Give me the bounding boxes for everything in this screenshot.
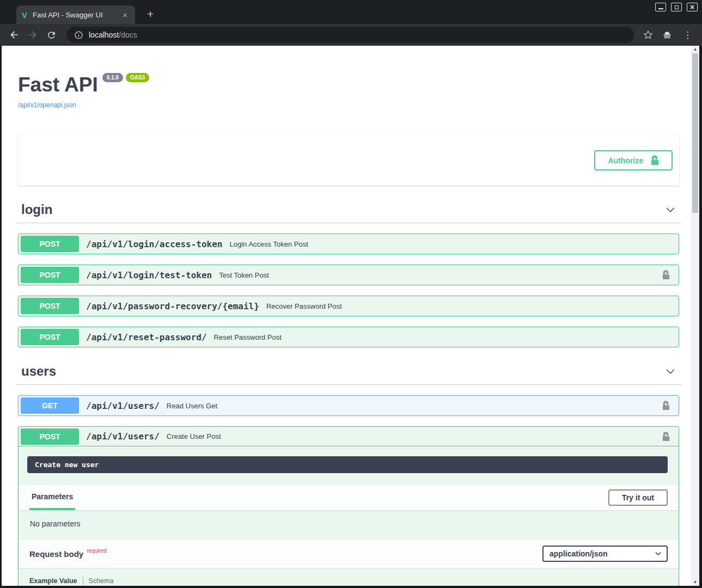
endpoint-path: /api/v1/password-recovery/{email} [86,301,259,311]
back-button[interactable] [7,27,22,42]
browser-toolbar: localhost /docs ⋮ [0,24,702,46]
toolbar-right: ⋮ [643,29,694,41]
required-badge: required [87,548,107,554]
refresh-button[interactable] [44,27,59,42]
tab-schema[interactable]: Schema [89,577,114,585]
close-icon: × [690,3,694,11]
window-controls: × [655,3,698,11]
swagger-favicon-icon: V [22,10,27,20]
endpoint-body: Create new user Parameters Try it out No… [19,446,679,586]
model-example-section: Example Value Schema { [19,568,679,586]
method-badge: GET [21,397,79,414]
method-badge: POST [21,428,79,445]
tab-close-icon[interactable]: × [120,10,130,20]
swagger-ui: Fast API0.1.0OAS3 /api/v1/openapi.json A… [2,46,691,586]
endpoint-path: /api/v1/reset-password/ [86,332,207,342]
media-type-select-wrap: application/json [542,546,668,562]
endpoint-reset-password[interactable]: POST /api/v1/reset-password/ Reset Passw… [18,327,679,347]
maximize-button[interactable] [671,3,682,11]
method-badge: POST [21,298,79,314]
scrollbar-thumb[interactable] [692,53,698,213]
section-users-header[interactable]: users [18,363,679,380]
tab-separator [83,577,83,585]
unlocked-padlock-icon [662,401,670,411]
endpoint-summary: Reset Password Post [214,333,282,341]
endpoint-read-users[interactable]: GET /api/v1/users/ Read Users Get [18,395,679,416]
minimize-button[interactable] [655,3,666,11]
no-parameters-text: No parameters [19,510,679,540]
section-divider [16,223,681,223]
endpoint-path: /api/v1/login/test-token [86,270,212,280]
tab-parameters[interactable]: Parameters [29,485,75,510]
endpoint-summary: Read Users Get [167,402,217,410]
browser-menu-icon[interactable]: ⋮ [681,29,694,41]
openapi-spec-link[interactable]: /api/v1/openapi.json [18,101,679,109]
endpoint-path: /api/v1/users/ [86,431,160,442]
endpoint-summary: Test Token Post [219,271,269,279]
url-path: /docs [119,30,137,39]
endpoint-description: Create new user [27,456,668,473]
back-arrow-icon [9,29,20,40]
version-badge: 0.1.0 [102,73,123,82]
unlocked-padlock-icon [651,155,659,166]
site-info-icon[interactable] [74,30,83,40]
url-host: localhost [89,30,119,39]
tab-example-value[interactable]: Example Value [29,577,77,585]
parameters-header: Parameters Try it out [19,485,679,510]
section-login: login POST /api/v1/login/access-token Lo… [18,201,679,347]
auth-lock-button[interactable] [659,431,673,443]
endpoint-summary: Login Access Token Post [229,240,308,248]
try-it-out-button[interactable]: Try it out [608,489,668,506]
method-badge: POST [21,329,79,345]
page-content: Fast API0.1.0OAS3 /api/v1/openapi.json A… [2,46,699,586]
api-info: Fast API0.1.0OAS3 /api/v1/openapi.json [18,46,679,109]
browser-titlebar: V Fast API - Swagger UI × + × [0,0,702,24]
browser-tab[interactable]: V Fast API - Swagger UI × [16,5,135,24]
endpoint-create-user-summary[interactable]: POST /api/v1/users/ Create User Post [19,427,679,446]
endpoint-login-test-token[interactable]: POST /api/v1/login/test-token Test Token… [18,265,679,285]
endpoint-summary: Recover Password Post [266,302,342,310]
endpoint-path: /api/v1/login/access-token [86,239,222,249]
endpoint-create-user: POST /api/v1/users/ Create User Post Cre… [18,426,679,586]
minimize-icon [658,8,663,9]
unlocked-padlock-icon [662,432,670,442]
method-badge: POST [21,236,79,252]
model-tabs: Example Value Schema [29,577,668,585]
scrollbar-down-icon[interactable]: ▼ [693,579,698,586]
section-users: users GET /api/v1/users/ Read Users Get [18,363,679,586]
auth-lock-button[interactable] [659,269,673,281]
page-scrollbar[interactable]: ▲ ▼ [691,46,699,586]
scrollbar-up-icon[interactable]: ▲ [693,46,698,53]
section-login-header[interactable]: login [18,201,679,218]
forward-button[interactable] [25,27,40,42]
endpoint-summary: Create User Post [167,432,221,440]
request-body-label: Request bodyrequired [29,549,107,559]
close-button[interactable]: × [687,3,698,11]
auth-lock-button[interactable] [659,400,673,412]
section-divider [16,384,681,385]
request-body-header: Request bodyrequired application/json [19,540,679,568]
url-bar[interactable]: localhost /docs [66,27,634,43]
endpoint-password-recovery[interactable]: POST /api/v1/password-recovery/{email} R… [18,296,679,316]
bookmark-star-icon[interactable] [643,29,654,40]
section-title: users [21,364,56,379]
authorize-button[interactable]: Authorize [594,150,673,170]
chevron-down-icon[interactable] [664,365,676,377]
endpoint-login-access-token[interactable]: POST /api/v1/login/access-token Login Ac… [18,234,679,254]
oas3-badge: OAS3 [126,73,149,82]
method-badge: POST [21,267,79,283]
maximize-icon [675,5,679,9]
unlocked-padlock-icon [662,270,670,280]
media-type-select[interactable]: application/json [542,546,668,562]
forward-arrow-icon [27,29,38,40]
tab-title: Fast API - Swagger UI [33,11,120,19]
section-title: login [21,202,52,217]
endpoint-path: /api/v1/users/ [86,401,160,411]
authorize-label: Authorize [608,156,643,165]
chevron-down-icon[interactable] [664,204,676,216]
refresh-icon [46,30,57,40]
new-tab-button[interactable]: + [144,8,157,21]
page-title: Fast API [18,74,98,96]
scheme-container: Authorize [18,135,679,186]
incognito-icon [661,29,673,40]
